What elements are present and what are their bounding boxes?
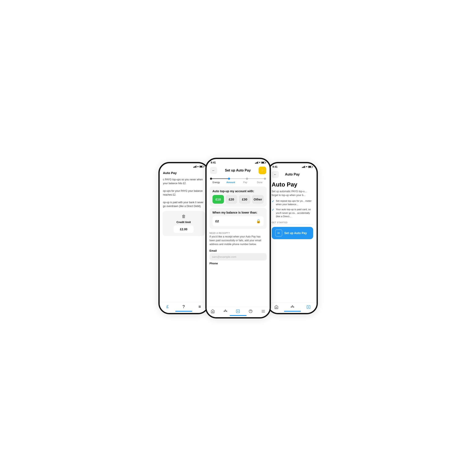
right-header-title: Auto Pay <box>279 172 306 176</box>
step-label-energy: Energy <box>209 181 224 184</box>
svg-point-13 <box>292 305 293 306</box>
lock-icon: 🔒 <box>256 219 261 223</box>
step-label-pay: Pay <box>238 181 253 184</box>
topup-card: Auto top-up my account with: £10 £20 £30… <box>210 187 267 207</box>
left-bottom-nav: £ ? ≡ <box>160 302 208 313</box>
svg-point-1 <box>225 310 226 310</box>
trash-icon: 🗑 <box>182 214 186 219</box>
step-line-3 <box>248 178 264 179</box>
right-nav-home[interactable] <box>274 305 278 309</box>
right-status-bar: 9:41 ▾ <box>268 163 317 169</box>
center-header: ← Set up Auto Pay ⚡ <box>207 165 270 176</box>
nav-home[interactable] <box>211 309 215 313</box>
credit-limit-value: £2.00 <box>174 225 194 233</box>
right-main-title: Auto Pay <box>272 181 313 188</box>
right-header: ← Auto Pay <box>268 169 317 180</box>
step-label-done: Done <box>253 181 267 184</box>
left-page-title: Auto Pay <box>160 169 208 176</box>
nav-network[interactable] <box>223 309 228 313</box>
phone-label: Phone <box>207 260 270 266</box>
back-button[interactable]: ← <box>210 167 217 174</box>
check-text-2: Your auto top-up is paid card, so you'll… <box>276 208 313 218</box>
balance-value: £2 <box>216 219 219 223</box>
nav-item-menu[interactable]: ≡ <box>198 304 201 309</box>
balance-input: £2 🔒 <box>213 216 264 226</box>
phone-right: 9:41 ▾ ← Auto Pay Auto Pay Set up automa… <box>267 162 318 314</box>
check-text-1: Set repeat top-ups for yo... meter when … <box>276 199 313 206</box>
right-description: Set up automatic PAYG top-u... forget to… <box>272 189 313 197</box>
step-dot-done <box>264 178 266 180</box>
email-input[interactable]: sam@example.com <box>210 253 267 260</box>
step-line-1 <box>212 178 228 179</box>
step-dot-pay <box>246 178 248 180</box>
phone-center: 9:41 ▾ ← Set up Auto Pay ⚡ <box>205 158 271 319</box>
nav-menu[interactable] <box>261 309 265 313</box>
get-started-label: GET STARTED <box>272 221 313 224</box>
home-indicator <box>175 311 192 312</box>
center-header-title: Set up Auto Pay <box>217 169 259 172</box>
right-nav-network[interactable] <box>290 305 295 309</box>
nav-item-account[interactable]: £ <box>166 304 169 309</box>
left-body-text-1: c PAYG top-ups so you never when your ba… <box>160 176 208 209</box>
checklist: ✓ Set repeat top-ups for yo... meter whe… <box>272 199 313 218</box>
check-item-1: ✓ Set repeat top-ups for yo... meter whe… <box>272 199 313 206</box>
stepper <box>207 176 270 181</box>
right-bottom-nav <box>268 303 317 313</box>
amount-btn-other[interactable]: Other <box>252 195 264 204</box>
right-content: Auto Pay Set up automatic PAYG top-u... … <box>268 180 317 241</box>
svg-point-2 <box>226 311 227 311</box>
receipt-description: If you'd like a receipt when your Auto P… <box>207 235 270 248</box>
nav-help[interactable] <box>248 309 253 313</box>
right-back-button[interactable]: ← <box>272 171 279 178</box>
amount-btn-20[interactable]: £20 <box>226 195 237 204</box>
svg-point-0 <box>224 311 224 311</box>
step-dot-energy <box>210 178 212 180</box>
checkmark-icon-2: ✓ <box>272 208 274 212</box>
balance-card: When my balance is lower than: £2 🔒 <box>210 208 267 229</box>
center-time: 9:41 <box>211 161 216 164</box>
right-home-indicator <box>284 311 301 312</box>
setup-btn-label: Set up Auto Pay <box>284 231 307 235</box>
email-label: Email <box>207 248 270 253</box>
step-label-amount: Amount <box>223 181 238 184</box>
check-item-2: ✓ Your auto top-up is paid card, so you'… <box>272 208 313 218</box>
receipt-heading: NEED A RECEIPT? <box>207 230 270 235</box>
infinity-icon: ∞ <box>275 229 282 237</box>
stepper-labels: Energy Amount Pay Done <box>207 181 270 185</box>
topup-card-title: Auto top-up my account with: <box>213 189 264 193</box>
divider <box>272 224 313 225</box>
step-dot-amount <box>228 178 230 180</box>
checkmark-icon-1: ✓ <box>272 199 274 204</box>
phone-left: ▾ Auto Pay c PAYG top-ups so you never w… <box>158 162 209 314</box>
left-status-bar: ▾ <box>160 163 208 169</box>
amount-btn-30[interactable]: £30 <box>239 195 251 204</box>
amount-btn-10[interactable]: £10 <box>213 195 224 204</box>
center-home-indicator <box>230 315 247 316</box>
right-time: 9:41 <box>272 165 278 168</box>
center-status-bar: 9:41 ▾ <box>207 159 270 165</box>
right-nav-account[interactable] <box>306 305 311 309</box>
amount-buttons: £10 £20 £30 Other <box>213 195 264 204</box>
center-bottom-nav <box>207 307 270 317</box>
credit-limit-label: Credit limit <box>177 221 191 224</box>
svg-point-12 <box>291 307 291 307</box>
lightning-button[interactable]: ⚡ <box>259 167 266 174</box>
setup-autopay-button[interactable]: ∞ Set up Auto Pay <box>272 227 313 239</box>
nav-item-help[interactable]: ? <box>183 304 185 309</box>
svg-point-14 <box>293 307 294 307</box>
credit-limit-card: 🗑 Credit limit £2.00 <box>163 211 205 236</box>
nav-account[interactable] <box>236 309 240 313</box>
step-line-2 <box>230 178 246 179</box>
balance-card-title: When my balance is lower than: <box>213 211 264 214</box>
